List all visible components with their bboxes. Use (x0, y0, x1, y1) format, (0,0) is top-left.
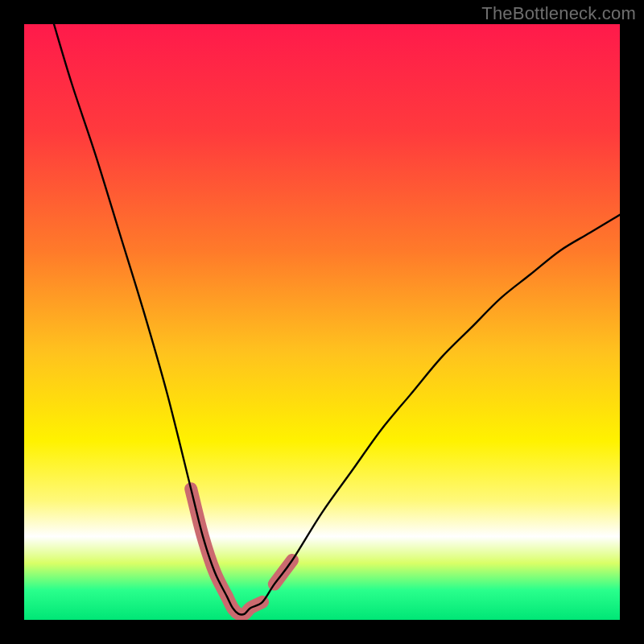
gradient-background (24, 24, 620, 620)
chart-frame: TheBottleneck.com (0, 0, 644, 644)
plot-svg (24, 24, 620, 620)
watermark-text: TheBottleneck.com (481, 3, 636, 24)
bottleneck-plot (24, 24, 620, 620)
